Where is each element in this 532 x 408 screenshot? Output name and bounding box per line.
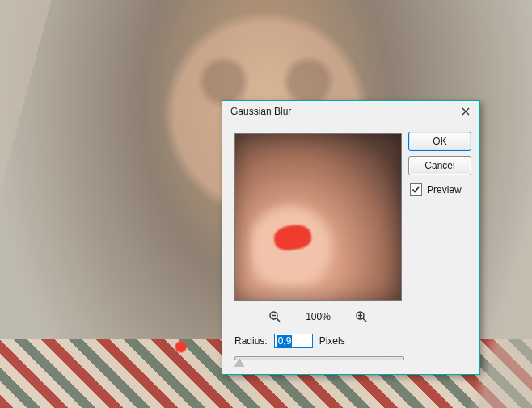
slider-thumb[interactable]	[234, 359, 244, 367]
radius-unit: Pixels	[319, 335, 345, 347]
preview-label: Preview	[427, 184, 462, 196]
zoom-in-button[interactable]	[355, 310, 368, 323]
radius-label: Radius:	[234, 335, 268, 347]
cancel-button[interactable]: Cancel	[408, 156, 471, 175]
ok-label: OK	[433, 136, 446, 147]
radius-value: 0,9	[277, 335, 293, 347]
cancel-label: Cancel	[424, 160, 454, 171]
radius-slider[interactable]	[234, 353, 404, 366]
ok-button[interactable]: OK	[408, 132, 471, 151]
gaussian-blur-dialog: Gaussian Blur 100%	[222, 100, 480, 375]
zoom-out-icon	[268, 310, 281, 323]
slider-track	[234, 356, 404, 360]
svg-line-1	[277, 318, 280, 322]
close-button[interactable]	[457, 104, 475, 119]
dialog-titlebar[interactable]: Gaussian Blur	[222, 101, 479, 122]
preview-checkbox[interactable]: Preview	[408, 183, 471, 196]
zoom-out-button[interactable]	[268, 310, 281, 323]
preview-area[interactable]	[234, 133, 402, 301]
checkbox-box	[410, 183, 422, 196]
zoom-level: 100%	[306, 311, 331, 322]
radius-input[interactable]: 0,9	[274, 334, 313, 348]
check-icon	[412, 185, 420, 194]
close-icon	[462, 107, 470, 116]
zoom-in-icon	[355, 310, 368, 323]
svg-line-4	[363, 318, 366, 322]
dialog-title: Gaussian Blur	[230, 106, 457, 117]
